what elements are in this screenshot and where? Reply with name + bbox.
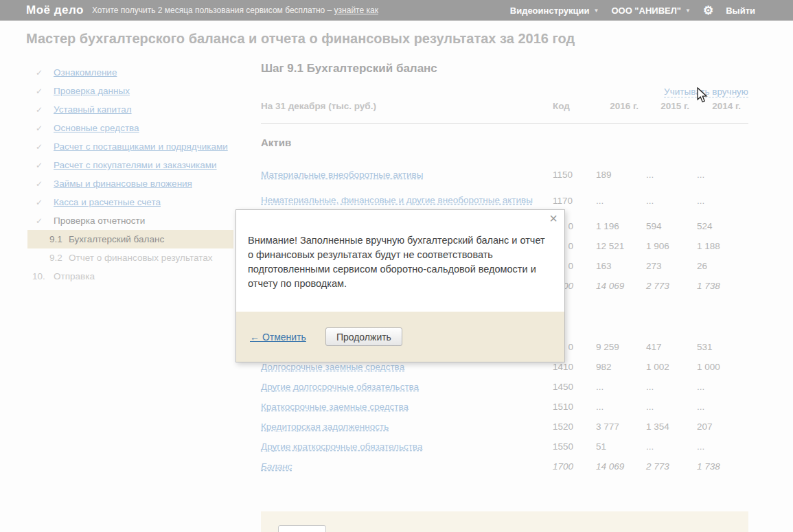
- step-number: 10.: [32, 271, 54, 281]
- sidebar-step-item[interactable]: ✓Проверка данных: [27, 82, 249, 100]
- row-value-2015: ...: [646, 402, 697, 412]
- row-value-2014: 1 188: [697, 241, 748, 251]
- step-number: 9.1: [49, 234, 69, 244]
- row-value-2014: ...: [697, 402, 748, 412]
- bottom-action-bar: [261, 511, 748, 532]
- wizard-steps-sidebar: ✓Ознакомление✓Проверка данных✓Уставный к…: [27, 63, 249, 286]
- bottom-action-button[interactable]: [278, 525, 326, 532]
- row-code: 1510: [553, 402, 573, 412]
- check-icon: ✓: [27, 86, 54, 96]
- row-value-2016: 51: [596, 441, 646, 452]
- row-label-link[interactable]: Краткосрочные заемные средства: [261, 402, 409, 412]
- sidebar-step-item[interactable]: ✓Расчет с покупателями и заказчиками: [27, 156, 249, 174]
- row-label: Другие краткосрочные обязательства: [261, 441, 553, 452]
- table-row: Другие краткосрочные обязательства155051…: [261, 437, 748, 456]
- row-code: 1450: [553, 382, 573, 392]
- row-code: 1150: [553, 170, 573, 180]
- check-icon: ✓: [27, 124, 54, 133]
- sidebar-step-item[interactable]: ✓Займы и финансовые вложения: [27, 174, 249, 193]
- step-label: Проверка отчетности: [54, 216, 145, 226]
- row-label: Нематериальные, финансовые и другие внео…: [261, 195, 553, 206]
- table-row: Кредиторская задолженность15203 7771 354…: [261, 417, 748, 437]
- row-value-2016: 9 259: [596, 342, 646, 352]
- row-value-2016: ...: [596, 196, 646, 206]
- step-label: Отправка: [54, 271, 95, 281]
- row-label: Баланс: [261, 461, 553, 472]
- row-value-2016: 3 777: [596, 421, 646, 432]
- row-value-2014: 207: [697, 421, 748, 432]
- row-value-2015: 2 773: [646, 281, 697, 291]
- step-label[interactable]: Ознакомление: [54, 67, 117, 78]
- row-label-link[interactable]: Другие долгосрочные обязательства: [261, 382, 419, 392]
- row-value-2014: 1 738: [697, 281, 748, 291]
- row-value-2014: ...: [697, 196, 748, 206]
- row-label-link[interactable]: Материальные внеоборотные активы: [261, 170, 423, 180]
- row-value-2014: 524: [697, 221, 748, 231]
- table-header-divider: [261, 123, 748, 124]
- step-label[interactable]: Займы и финансовые вложения: [54, 178, 192, 189]
- check-icon: ✓: [27, 216, 54, 226]
- step-title: Шаг 9.1 Бухгалтерский баланс: [261, 62, 437, 76]
- sidebar-step-item[interactable]: ✓Расчет с поставщиками и подрядчиками: [27, 137, 249, 156]
- row-value-2014: ...: [697, 382, 748, 392]
- check-icon: ✓: [27, 198, 54, 207]
- row-value-2014: 1 738: [697, 461, 748, 472]
- row-value-2015: 417: [646, 342, 697, 352]
- sidebar-step-item[interactable]: ✓Ознакомление: [27, 63, 249, 82]
- sidebar-step-item: 9.1Бухгалтерский баланс: [27, 230, 233, 248]
- step-label[interactable]: Основные средства: [54, 123, 139, 133]
- page: Моё дело Хотите получить 2 месяца пользо…: [0, 0, 793, 532]
- step-label[interactable]: Касса и расчетные счета: [54, 197, 161, 207]
- continue-button[interactable]: Продолжить: [325, 327, 402, 346]
- row-value-2016: 189: [596, 170, 646, 180]
- row-label: Кредиторская задолженность: [261, 421, 553, 432]
- row-value-2014: ...: [697, 441, 748, 452]
- row-label-link[interactable]: Другие краткосрочные обязательства: [261, 441, 422, 452]
- check-icon: ✓: [27, 68, 54, 78]
- row-code: 1700: [553, 461, 573, 472]
- sidebar-step-item: 10.Отправка: [27, 267, 249, 286]
- row-label-link[interactable]: Баланс: [261, 461, 292, 472]
- row-value-2015: ...: [646, 382, 697, 392]
- row-value-2015: 1 002: [646, 362, 697, 372]
- cancel-link[interactable]: ← Отменить: [250, 332, 306, 343]
- row-code: 1520: [553, 421, 573, 432]
- row-label-link[interactable]: Долгосрочные заемные средства: [261, 362, 404, 372]
- check-icon: ✓: [27, 142, 54, 152]
- row-value-2015: ...: [646, 196, 697, 206]
- row-value-2015: 2 773: [646, 461, 697, 472]
- row-value-2015: 1 906: [646, 241, 697, 251]
- row-value-2014: 26: [697, 261, 748, 271]
- row-label: Материальные внеоборотные активы: [261, 170, 553, 181]
- row-value-2016: 12 521: [596, 241, 646, 251]
- step-label[interactable]: Расчет с поставщиками и подрядчиками: [54, 141, 228, 152]
- table-row: Другие долгосрочные обязательства1450...…: [261, 377, 748, 397]
- row-value-2014: ...: [697, 170, 748, 180]
- check-icon: ✓: [27, 161, 54, 170]
- row-code: 1410: [553, 362, 573, 372]
- sidebar-step-item[interactable]: ✓Уставный капитал: [27, 100, 249, 119]
- manual-entry-link[interactable]: Учитывать вручную: [664, 86, 748, 97]
- warning-dialog: × Внимание! Заполненные вручную бухгалте…: [235, 209, 565, 362]
- dialog-footer: ← Отменить Продолжить: [236, 312, 564, 362]
- step-label[interactable]: Уставный капитал: [54, 104, 132, 115]
- sidebar-step-item: 9.2Отчет о финансовых результатах: [27, 248, 249, 267]
- row-label-link[interactable]: Нематериальные, финансовые и другие внео…: [261, 195, 533, 205]
- row-value-2015: ...: [646, 170, 697, 180]
- warning-message: Внимание! Заполненные вручную бухгалтерс…: [236, 210, 564, 291]
- close-icon[interactable]: ×: [549, 211, 558, 225]
- sidebar-step-item[interactable]: ✓Основные средства: [27, 119, 249, 137]
- sidebar-step-item[interactable]: ✓Касса и расчетные счета: [27, 193, 249, 211]
- row-value-2015: 1 354: [646, 421, 697, 432]
- row-value-2016: 14 069: [596, 281, 646, 291]
- step-label[interactable]: Проверка данных: [54, 86, 130, 96]
- row-code: 1170: [553, 196, 573, 206]
- row-value-2016: ...: [596, 382, 646, 392]
- column-header-period: На 31 декабря (тыс. руб.): [261, 101, 553, 111]
- table-header-row: На 31 декабря (тыс. руб.) Код 2016 г. 20…: [261, 101, 748, 111]
- row-value-2016: ...: [596, 402, 646, 412]
- row-label: Долгосрочные заемные средства: [261, 362, 553, 373]
- step-label[interactable]: Расчет с покупателями и заказчиками: [54, 160, 217, 170]
- row-label-link[interactable]: Кредиторская задолженность: [261, 421, 389, 432]
- table-row: Баланс170014 0692 7731 738: [261, 456, 748, 476]
